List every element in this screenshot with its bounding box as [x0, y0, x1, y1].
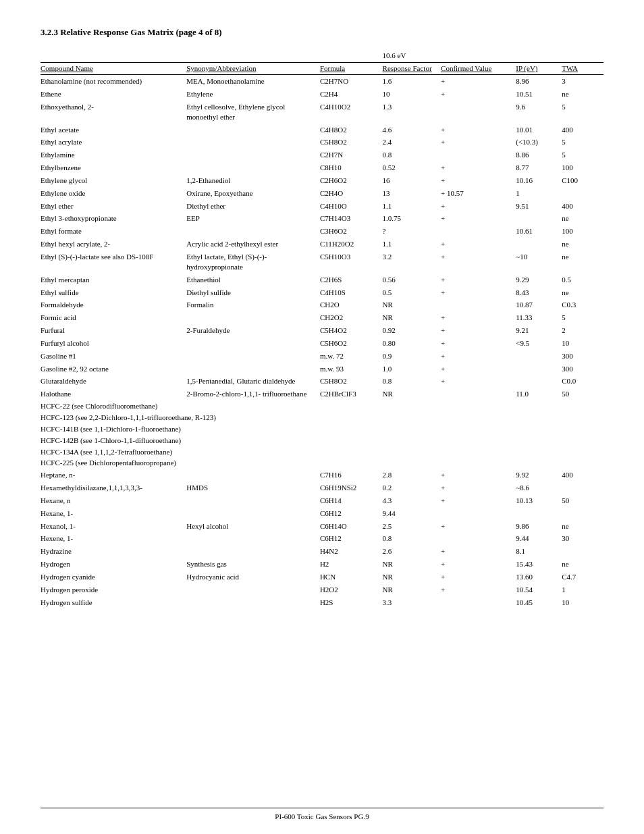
confirmed-cell: +: [441, 174, 516, 187]
confirmed-cell: [441, 149, 516, 161]
compound-cell: Hexamethyldisilazane,1,1,1,3,3,3-: [41, 481, 186, 494]
ip-cell: [516, 363, 562, 375]
confirmed-cell: +: [441, 350, 516, 363]
table-row: Formic acidCH2O2NR+11.335: [41, 311, 603, 324]
col-header-formula: [320, 50, 383, 63]
formula-cell: C2H4O: [320, 187, 383, 200]
response-cell: NR: [383, 558, 441, 571]
twa-cell: 50: [562, 494, 603, 507]
ip-cell: 8.43: [516, 286, 562, 299]
synonym-cell: 2-Furaldehyde: [186, 324, 320, 337]
table-row: Hydrogen sulfideH2S3.310.4510: [41, 596, 603, 609]
twa-cell: [562, 507, 603, 520]
formula-cell: C7H14O3: [320, 212, 383, 225]
synonym-cell: [186, 124, 320, 136]
ip-cell: 8.1: [516, 545, 562, 558]
compound-cell: Ethyl sulfide: [41, 286, 186, 299]
confirmed-cell: +: [441, 545, 516, 558]
twa-cell: ne: [562, 88, 603, 101]
confirmed-cell: +: [441, 286, 516, 299]
table-row: HCFC-225 (see Dichloropentafluoropropane…: [41, 457, 603, 469]
ip-cell: 1: [516, 187, 562, 200]
table-row: Ethyl hexyl acrylate, 2-Acrylic acid 2-e…: [41, 238, 603, 251]
formula-cell: CH2O: [320, 298, 383, 311]
formula-cell: C2H4: [320, 88, 383, 101]
confirmed-cell: +: [441, 251, 516, 273]
formula-cell: C3H6O2: [320, 225, 383, 238]
ip-cell: 13.60: [516, 571, 562, 583]
formula-cell: C6H12: [320, 532, 383, 545]
confirmed-cell: +: [441, 75, 516, 88]
ip-cell: [516, 507, 562, 520]
twa-cell: [562, 481, 603, 494]
response-cell: 0.52: [383, 161, 441, 174]
compound-cell: Hydrogen sulfide: [41, 596, 186, 609]
synonym-cell: [186, 136, 320, 149]
confirmed-cell: +: [441, 494, 516, 507]
response-cell: 1.1: [383, 238, 441, 251]
table-row: Ethyl formateC3H6O2?10.61100: [41, 225, 603, 238]
compound-cell: Halothane: [41, 388, 186, 400]
formula-cell: C5H6O2: [320, 337, 383, 350]
confirmed-cell: [441, 388, 516, 400]
ip-cell: 10.54: [516, 583, 562, 596]
formula-cell: C6H12: [320, 507, 383, 520]
table-row: Ethyl acetateC4H8O24.6+10.01400: [41, 124, 603, 136]
table-row: Ethylene glycol1,2-EthanediolC2H6O216+10…: [41, 174, 603, 187]
twa-cell: ne: [562, 558, 603, 571]
formula-cell: C4H8O2: [320, 124, 383, 136]
data-table: 10.6 eV Compound Name Synonym/Abbreviati…: [41, 50, 603, 608]
synonym-cell: [186, 149, 320, 161]
synonym-cell: [186, 596, 320, 609]
twa-cell: [562, 545, 603, 558]
table-row: HCFC-22 (see Chlorodifluoromethane): [41, 400, 603, 412]
table-row: Furfuryl alcoholC5H6O20.80+<9.510: [41, 337, 603, 350]
ip-cell: 10.13: [516, 494, 562, 507]
formula-cell: H2S: [320, 596, 383, 609]
formula-cell: C5H4O2: [320, 324, 383, 337]
response-cell: 0.56: [383, 273, 441, 286]
ip-cell: 11.0: [516, 388, 562, 400]
confirmed-cell: +: [441, 363, 516, 375]
table-row: Hexene, 1-C6H120.89.4430: [41, 532, 603, 545]
twa-cell: 100: [562, 161, 603, 174]
response-cell: 1.1: [383, 200, 441, 213]
synonym-cell: [186, 583, 320, 596]
col-header-ip-top: [516, 50, 562, 63]
synonym-cell: [186, 507, 320, 520]
response-cell: 9.44: [383, 507, 441, 520]
synonym-cell: Hexyl alcohol: [186, 520, 320, 533]
compound-cell: Ethyl (S)-(-)-lactate see also DS-108F: [41, 251, 186, 273]
note-cell: HCFC-142B (see 1-Chloro-1,1-difluoroetha…: [41, 435, 603, 446]
formula-cell: H4N2: [320, 545, 383, 558]
formula-cell: CH2O2: [320, 311, 383, 324]
synonym-cell: 2-Bromo-2-chloro-1,1,1- trifluoroethane: [186, 388, 320, 400]
formula-cell: HCN: [320, 571, 383, 583]
formula-cell: C2HBrClF3: [320, 388, 383, 400]
table-row: HCFC-123 (see 2,2-Dichloro-1,1,1-trifluo…: [41, 412, 603, 423]
response-cell: 0.92: [383, 324, 441, 337]
twa-cell: 3: [562, 75, 603, 88]
synonym-cell: Synthesis gas: [186, 558, 320, 571]
twa-cell: 50: [562, 388, 603, 400]
table-row: Gasoline #2, 92 octanem.w. 931.0+300: [41, 363, 603, 375]
compound-cell: Hydrogen peroxide: [41, 583, 186, 596]
formula-cell: C11H20O2: [320, 238, 383, 251]
compound-cell: Hexane, 1-: [41, 507, 186, 520]
response-cell: NR: [383, 388, 441, 400]
response-cell: 2.5: [383, 520, 441, 533]
synonym-cell: [186, 469, 320, 481]
confirmed-cell: +: [441, 481, 516, 494]
note-cell: HCFC-141B (see 1,1-Dichloro-1-fluoroetha…: [41, 423, 603, 435]
table-row: FormaldehydeFormalinCH2ONR10.87C0.3: [41, 298, 603, 311]
table-row: Ethoxyethanol, 2-Ethyl cellosolve, Ethyl…: [41, 101, 603, 124]
ip-cell: 9.86: [516, 520, 562, 533]
table-body: Ethanolamine (not recommended)MEA, Monoe…: [41, 75, 603, 609]
twa-cell: 30: [562, 532, 603, 545]
twa-cell: 5: [562, 136, 603, 149]
formula-cell: C5H8O2: [320, 136, 383, 149]
twa-cell: 400: [562, 124, 603, 136]
twa-cell: 1: [562, 583, 603, 596]
compound-cell: Ethylbenzene: [41, 161, 186, 174]
ip-cell: ~8.6: [516, 481, 562, 494]
